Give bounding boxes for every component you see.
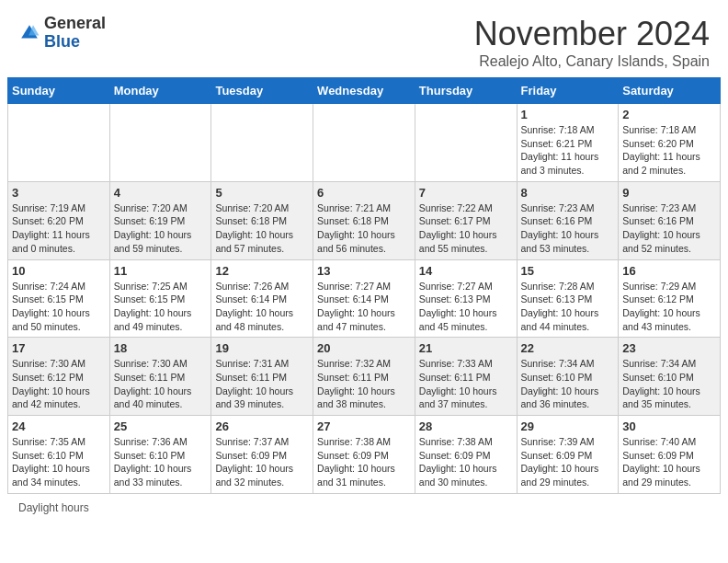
calendar-day: [211, 104, 313, 182]
calendar-day: 4Sunrise: 7:20 AMSunset: 6:19 PMDaylight…: [109, 181, 211, 259]
day-number: 30: [622, 419, 716, 433]
day-info: Sunrise: 7:30 AMSunset: 6:11 PMDaylight:…: [114, 357, 208, 411]
day-info: Sunrise: 7:27 AMSunset: 6:14 PMDaylight:…: [317, 280, 411, 334]
day-number: 19: [215, 341, 309, 355]
day-number: 25: [114, 419, 208, 433]
header: General Blue November 2024 Realejo Alto,…: [0, 0, 728, 77]
calendar-day: 30Sunrise: 7:40 AMSunset: 6:09 PMDayligh…: [619, 416, 721, 494]
day-number: 7: [419, 186, 513, 200]
calendar-day: 7Sunrise: 7:22 AMSunset: 6:17 PMDaylight…: [415, 181, 517, 259]
calendar-day: 10Sunrise: 7:24 AMSunset: 6:15 PMDayligh…: [8, 259, 110, 338]
calendar-day: 24Sunrise: 7:35 AMSunset: 6:10 PMDayligh…: [8, 416, 110, 494]
calendar-week-row: 24Sunrise: 7:35 AMSunset: 6:10 PMDayligh…: [8, 416, 721, 494]
day-info: Sunrise: 7:18 AMSunset: 6:20 PMDaylight:…: [622, 123, 716, 178]
calendar-day: 11Sunrise: 7:25 AMSunset: 6:15 PMDayligh…: [109, 259, 211, 338]
calendar-day: 26Sunrise: 7:37 AMSunset: 6:09 PMDayligh…: [211, 416, 313, 494]
logo-icon: [18, 22, 40, 44]
day-info: Sunrise: 7:38 AMSunset: 6:09 PMDaylight:…: [317, 435, 411, 489]
daylight-label: Daylight hours: [18, 501, 89, 514]
day-number: 28: [419, 419, 513, 433]
calendar-header-friday: Friday: [517, 78, 619, 104]
calendar-week-row: 10Sunrise: 7:24 AMSunset: 6:15 PMDayligh…: [8, 259, 721, 338]
day-info: Sunrise: 7:19 AMSunset: 6:20 PMDaylight:…: [12, 201, 106, 256]
calendar-day: 23Sunrise: 7:34 AMSunset: 6:10 PMDayligh…: [619, 338, 721, 416]
calendar-header-row: SundayMondayTuesdayWednesdayThursdayFrid…: [8, 78, 721, 104]
calendar-day: 29Sunrise: 7:39 AMSunset: 6:09 PMDayligh…: [517, 416, 619, 494]
day-number: 8: [521, 186, 615, 200]
day-number: 27: [317, 419, 411, 433]
day-number: 1: [521, 108, 615, 121]
logo-general-text: General: [44, 14, 106, 32]
calendar-day: 2Sunrise: 7:18 AMSunset: 6:20 PMDaylight…: [619, 104, 721, 182]
calendar-day: 17Sunrise: 7:30 AMSunset: 6:12 PMDayligh…: [8, 338, 110, 416]
day-number: 17: [12, 341, 106, 355]
day-number: 2: [622, 108, 716, 121]
calendar-day: 15Sunrise: 7:28 AMSunset: 6:13 PMDayligh…: [517, 259, 619, 338]
calendar-week-row: 3Sunrise: 7:19 AMSunset: 6:20 PMDaylight…: [8, 181, 721, 259]
calendar-day: 12Sunrise: 7:26 AMSunset: 6:14 PMDayligh…: [211, 259, 313, 338]
day-info: Sunrise: 7:31 AMSunset: 6:11 PMDaylight:…: [215, 357, 309, 411]
calendar-header-monday: Monday: [109, 78, 211, 104]
day-number: 18: [114, 341, 208, 355]
day-info: Sunrise: 7:29 AMSunset: 6:12 PMDaylight:…: [622, 280, 716, 334]
day-number: 20: [317, 341, 411, 355]
calendar-day: 21Sunrise: 7:33 AMSunset: 6:11 PMDayligh…: [415, 338, 517, 416]
day-info: Sunrise: 7:34 AMSunset: 6:10 PMDaylight:…: [521, 357, 615, 411]
calendar-day: 8Sunrise: 7:23 AMSunset: 6:16 PMDaylight…: [517, 181, 619, 259]
calendar-day: 1Sunrise: 7:18 AMSunset: 6:21 PMDaylight…: [517, 104, 619, 182]
month-title: November 2024: [474, 15, 710, 53]
day-info: Sunrise: 7:38 AMSunset: 6:09 PMDaylight:…: [419, 435, 513, 489]
day-number: 24: [12, 419, 106, 433]
calendar-header-wednesday: Wednesday: [313, 78, 415, 104]
day-info: Sunrise: 7:37 AMSunset: 6:09 PMDaylight:…: [215, 435, 309, 489]
day-info: Sunrise: 7:25 AMSunset: 6:15 PMDaylight:…: [114, 280, 208, 334]
location: Realejo Alto, Canary Islands, Spain: [474, 53, 710, 70]
calendar-day: 25Sunrise: 7:36 AMSunset: 6:10 PMDayligh…: [109, 416, 211, 494]
calendar-day: 14Sunrise: 7:27 AMSunset: 6:13 PMDayligh…: [415, 259, 517, 338]
day-number: 16: [622, 264, 716, 278]
day-info: Sunrise: 7:40 AMSunset: 6:09 PMDaylight:…: [622, 435, 716, 489]
calendar-day: [415, 104, 517, 182]
day-number: 9: [622, 186, 716, 200]
calendar-day: 3Sunrise: 7:19 AMSunset: 6:20 PMDaylight…: [8, 181, 110, 259]
logo-blue-text: Blue: [44, 32, 80, 51]
calendar-day: 16Sunrise: 7:29 AMSunset: 6:12 PMDayligh…: [619, 259, 721, 338]
calendar-day: 6Sunrise: 7:21 AMSunset: 6:18 PMDaylight…: [313, 181, 415, 259]
calendar: SundayMondayTuesdayWednesdayThursdayFrid…: [7, 77, 721, 494]
day-info: Sunrise: 7:24 AMSunset: 6:15 PMDaylight:…: [12, 280, 106, 334]
calendar-day: 22Sunrise: 7:34 AMSunset: 6:10 PMDayligh…: [517, 338, 619, 416]
day-info: Sunrise: 7:34 AMSunset: 6:10 PMDaylight:…: [622, 357, 716, 411]
calendar-header-thursday: Thursday: [415, 78, 517, 104]
calendar-day: [109, 104, 211, 182]
day-number: 4: [114, 186, 208, 200]
day-number: 26: [215, 419, 309, 433]
day-info: Sunrise: 7:26 AMSunset: 6:14 PMDaylight:…: [215, 280, 309, 334]
day-info: Sunrise: 7:18 AMSunset: 6:21 PMDaylight:…: [521, 123, 615, 178]
day-info: Sunrise: 7:22 AMSunset: 6:17 PMDaylight:…: [419, 201, 513, 256]
day-info: Sunrise: 7:23 AMSunset: 6:16 PMDaylight:…: [622, 201, 716, 256]
calendar-day: 20Sunrise: 7:32 AMSunset: 6:11 PMDayligh…: [313, 338, 415, 416]
logo: General Blue: [18, 15, 106, 52]
day-number: 6: [317, 186, 411, 200]
calendar-header-tuesday: Tuesday: [211, 78, 313, 104]
title-block: November 2024 Realejo Alto, Canary Islan…: [474, 15, 710, 70]
day-number: 22: [521, 341, 615, 355]
calendar-header-sunday: Sunday: [8, 78, 110, 104]
day-number: 13: [317, 264, 411, 278]
day-info: Sunrise: 7:39 AMSunset: 6:09 PMDaylight:…: [521, 435, 615, 489]
footer: Daylight hours: [0, 494, 728, 522]
day-number: 23: [622, 341, 716, 355]
calendar-header-saturday: Saturday: [619, 78, 721, 104]
day-number: 14: [419, 264, 513, 278]
calendar-day: 18Sunrise: 7:30 AMSunset: 6:11 PMDayligh…: [109, 338, 211, 416]
day-info: Sunrise: 7:33 AMSunset: 6:11 PMDaylight:…: [419, 357, 513, 411]
day-info: Sunrise: 7:21 AMSunset: 6:18 PMDaylight:…: [317, 201, 411, 256]
day-number: 21: [419, 341, 513, 355]
day-number: 29: [521, 419, 615, 433]
day-info: Sunrise: 7:20 AMSunset: 6:19 PMDaylight:…: [114, 201, 208, 256]
day-number: 5: [215, 186, 309, 200]
calendar-day: 27Sunrise: 7:38 AMSunset: 6:09 PMDayligh…: [313, 416, 415, 494]
day-info: Sunrise: 7:36 AMSunset: 6:10 PMDaylight:…: [114, 435, 208, 489]
calendar-week-row: 17Sunrise: 7:30 AMSunset: 6:12 PMDayligh…: [8, 338, 721, 416]
calendar-day: 9Sunrise: 7:23 AMSunset: 6:16 PMDaylight…: [619, 181, 721, 259]
